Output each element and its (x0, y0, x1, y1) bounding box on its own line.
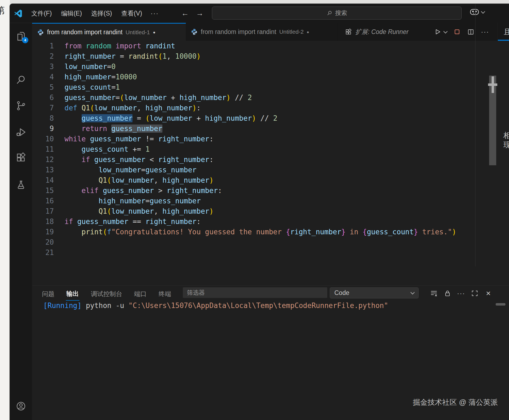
back-icon[interactable]: ← (181, 4, 189, 23)
testing-icon[interactable] (16, 180, 26, 191)
line-content: Q1(low_number, high_number) (54, 176, 214, 184)
line-content: right_number = randint(1, 10000) (54, 52, 201, 60)
maximize-panel-button[interactable] (470, 289, 479, 298)
line-number[interactable]: 21 (32, 247, 54, 258)
line-content: elif guess_number > right_number: (54, 186, 222, 195)
line-number[interactable]: 7 (32, 103, 54, 113)
code-line: 8guess_number = (low_number + high_numbe… (32, 113, 475, 123)
line-number[interactable]: 5 (32, 82, 54, 92)
editor-group-separator[interactable] (475, 4, 476, 266)
tab-code-runner-extension[interactable]: 扩展: Code Runner (339, 23, 415, 41)
panel-tabs: 问题输出调试控制台端口终端 (41, 286, 172, 301)
activity-bar: 4 (10, 23, 32, 420)
line-content (54, 248, 64, 257)
account-icon[interactable] (16, 401, 26, 412)
run-icon (434, 28, 441, 35)
clipped-background-text: 第 (0, 4, 5, 17)
panel-tab-item[interactable]: 问题 (41, 287, 55, 300)
vscode-window: 文件(F) 编辑(E) 选择(S) 查看(V) ··· ← → 搜索 (10, 4, 509, 420)
dropdown-chevron-icon (411, 290, 415, 295)
line-number[interactable]: 14 (32, 175, 54, 185)
extensions-icon[interactable] (16, 152, 26, 163)
output-console[interactable]: [Running] python -u "C:\Users\15076\AppD… (43, 300, 388, 311)
menu-view[interactable]: 查看(V) (117, 7, 147, 20)
modified-dot-icon[interactable]: ● (307, 30, 309, 34)
close-panel-icon[interactable]: × (484, 289, 493, 298)
line-number[interactable]: 18 (32, 216, 54, 227)
code-line: 14Q1(low_number, high_number) (32, 175, 475, 185)
line-number[interactable]: 2 (32, 51, 54, 61)
menu-bar: 文件(F) 编辑(E) 选择(S) 查看(V) ··· (27, 4, 162, 23)
line-number[interactable]: 4 (32, 72, 54, 82)
stop-button[interactable] (454, 28, 461, 35)
code-line: 11guess_count += 1 (32, 144, 475, 154)
line-number[interactable]: 16 (32, 196, 54, 206)
line-content: Q1(low_number, high_number) (54, 207, 214, 215)
output-channel-dropdown[interactable]: Code (330, 287, 419, 298)
line-content: print(f"Congratulations! You guessed the… (54, 228, 456, 236)
search-command-center[interactable]: 搜索 (212, 7, 462, 20)
tab-untitled-1[interactable]: from random import randintUntitled-1● (32, 23, 186, 41)
line-number[interactable]: 1 (32, 41, 54, 51)
line-number[interactable]: 6 (32, 92, 54, 103)
line-content: high_number=10000 (54, 73, 137, 81)
title-bar: 文件(F) 编辑(E) 选择(S) 查看(V) ··· ← → 搜索 (10, 4, 509, 23)
second-group-tab-fragment[interactable]: 且 (498, 23, 509, 41)
copilot-icon (470, 8, 479, 16)
editor-more-actions-icon[interactable]: ··· (481, 28, 489, 36)
run-debug-icon[interactable] (16, 127, 26, 138)
panel-more-actions-icon[interactable]: ··· (457, 289, 465, 298)
modified-dot-icon[interactable]: ● (153, 30, 155, 35)
code-line: 6guess_number=(low_number + high_number)… (32, 92, 475, 103)
line-content: from random import randint (54, 42, 175, 50)
line-number[interactable]: 10 (32, 134, 54, 144)
line-number[interactable]: 8 (32, 113, 54, 123)
copilot-button[interactable] (470, 8, 485, 16)
line-number[interactable]: 9 (32, 123, 54, 134)
line-number[interactable]: 11 (32, 144, 54, 154)
menu-selection[interactable]: 选择(S) (87, 7, 117, 20)
code-line: 20 (32, 237, 475, 247)
line-number[interactable]: 20 (32, 237, 54, 247)
line-number[interactable]: 15 (32, 185, 54, 196)
line-number[interactable]: 12 (32, 154, 54, 165)
line-number[interactable]: 3 (32, 61, 54, 72)
clear-output-button[interactable] (430, 289, 438, 298)
menu-file[interactable]: 文件(F) (27, 7, 56, 20)
menu-more-icon[interactable]: ··· (147, 7, 162, 19)
explorer-icon[interactable]: 4 (16, 31, 26, 42)
lock-scroll-button[interactable] (443, 289, 452, 298)
tab-untitled-2[interactable]: from random import randintUntitled-2● (186, 23, 338, 41)
run-chevron-icon (443, 29, 448, 33)
code-line: 17Q1(low_number, high_number) (32, 206, 475, 216)
forward-icon[interactable]: → (196, 4, 203, 23)
panel-tab-item[interactable]: 终端 (158, 287, 172, 300)
line-number[interactable]: 17 (32, 206, 54, 216)
run-code-button[interactable] (434, 28, 447, 35)
line-content: low_number=guess_number (54, 166, 196, 174)
chevron-down-icon (481, 9, 485, 14)
panel-tab-item[interactable]: 调试控制台 (90, 287, 123, 300)
scrollbar-handle-icon[interactable] (488, 83, 497, 86)
split-editor-button[interactable] (467, 28, 474, 36)
panel-tab-item[interactable]: 端口 (134, 287, 147, 300)
code-editor[interactable]: 1from random import randint2right_number… (32, 41, 475, 285)
panel-scrollbar-thumb[interactable] (496, 303, 505, 306)
search-sidebar-icon[interactable] (16, 74, 26, 85)
line-content: low_number=0 (54, 63, 116, 71)
screenshot: 第 文件(F) 编辑(E) 选择(S) 查看(V) ··· ← → 搜索 (0, 0, 509, 420)
vscode-logo-icon (14, 9, 23, 18)
output-filter-input[interactable]: 筛选器 (183, 287, 327, 298)
explorer-badge: 4 (22, 37, 28, 43)
source-control-icon[interactable] (16, 100, 26, 111)
tab-title: from random import randint (201, 28, 276, 36)
panel-actions: ··· × (430, 286, 493, 301)
search-icon (326, 10, 332, 16)
line-content: while guess_number != right_number: (54, 135, 214, 143)
panel-tab-active[interactable]: 输出 (66, 287, 79, 301)
line-number[interactable]: 13 (32, 165, 54, 175)
line-content: guess_count += 1 (54, 145, 150, 153)
line-number[interactable]: 19 (32, 227, 54, 237)
menu-edit[interactable]: 编辑(E) (56, 7, 87, 20)
extension-tab-icon (345, 28, 352, 35)
